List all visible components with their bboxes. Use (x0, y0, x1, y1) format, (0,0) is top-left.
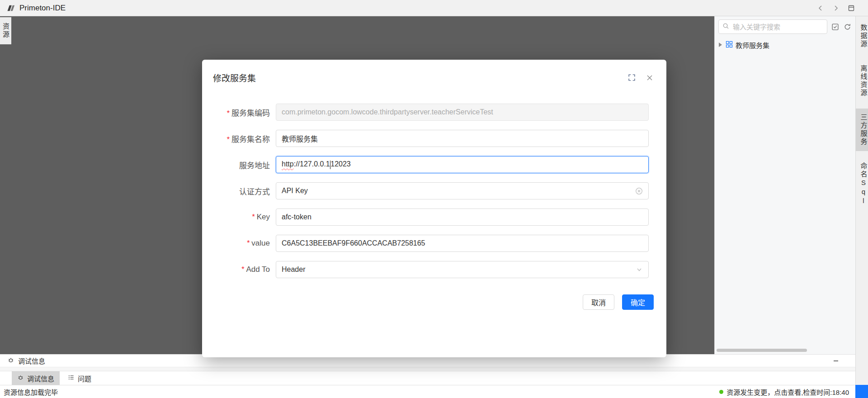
horizontal-scrollbar-thumb[interactable] (717, 349, 807, 352)
tab-debug-info-label: 调试信息 (27, 374, 54, 383)
field-label: *服务集名称 (216, 133, 270, 144)
app-title: Primeton-IDE (19, 4, 66, 13)
url-middle-segment: ://127.0.0.1 (294, 160, 330, 168)
debug-icon (17, 374, 24, 382)
auth-method-select[interactable]: API Key (276, 182, 649, 199)
corner-accent-button[interactable] (855, 385, 868, 398)
rail-tab-named-sql[interactable]: 命名Sql (856, 157, 868, 211)
field-add-to: *Add To Header (202, 261, 666, 278)
search-input[interactable] (732, 23, 823, 31)
check-square-icon[interactable] (830, 22, 840, 31)
collapse-panel-icon[interactable] (832, 357, 840, 365)
required-marker: * (241, 265, 244, 273)
add-to-select[interactable]: Header (276, 261, 649, 278)
titlebar-actions (816, 4, 862, 12)
url-after-caret-segment: 12023 (330, 160, 351, 168)
right-rail: 数据源 离线资源 三方服务 命名Sql (855, 16, 868, 385)
field-label: *Add To (216, 265, 270, 274)
field-service-address: 服务地址 http://127.0.0.112023 (202, 156, 666, 173)
service-set-icon (726, 41, 733, 49)
chevron-right-icon[interactable] (832, 4, 840, 12)
required-marker: * (227, 109, 230, 117)
status-left-text: 资源信息加载完毕 (4, 387, 58, 397)
edit-service-set-dialog: 修改服务集 *服务集编码 com.primeton.gocom.lowcode.… (202, 60, 666, 357)
fullscreen-icon[interactable] (628, 74, 636, 81)
refresh-icon[interactable] (843, 22, 852, 31)
field-label: *Key (216, 213, 270, 222)
tab-problems-label: 问题 (78, 374, 91, 383)
field-service-set-name: *服务集名称 教师服务集 (202, 130, 666, 147)
rail-tab-thirdparty-services[interactable]: 三方服务 (856, 109, 868, 151)
dialog-footer: 取消 确定 (202, 294, 666, 310)
bottom-panel: 调试信息 调试信息 问题 (0, 354, 855, 385)
chevron-down-icon (636, 266, 643, 273)
tree-expand-caret-icon[interactable] (719, 43, 722, 47)
required-marker: * (227, 136, 230, 143)
resource-search-row (715, 16, 855, 36)
field-label: *服务集编码 (216, 107, 270, 118)
value-value: C6A5C13BEEBAF9F660ACCACAB7258165 (282, 239, 425, 247)
tree-item-label: 教师服务集 (736, 40, 769, 50)
status-right-text: 资源发生变更，点击查看,检查时间:18:40 (726, 387, 849, 397)
key-input[interactable]: afc-token (276, 208, 649, 226)
field-auth-method: 认证方式 API Key (202, 182, 666, 199)
search-box[interactable] (718, 19, 827, 34)
tree-item-service-set[interactable]: 教师服务集 (715, 38, 855, 52)
service-set-code-input[interactable]: com.primeton.gocom.lowcode.thirdpartyser… (276, 104, 649, 121)
service-address-input[interactable]: http://127.0.0.112023 (276, 156, 649, 173)
field-key: *Key afc-token (202, 208, 666, 226)
service-set-code-value: com.primeton.gocom.lowcode.thirdpartyser… (282, 108, 493, 116)
field-label: *value (216, 239, 270, 248)
resource-panel: 教师服务集 (714, 16, 855, 354)
sidebar-tab-resources[interactable]: 资源 (0, 17, 11, 44)
service-set-name-value: 教师服务集 (282, 133, 318, 144)
dialog-form: *服务集编码 com.primeton.gocom.lowcode.thirdp… (202, 104, 666, 278)
list-icon (68, 374, 75, 382)
close-icon[interactable] (646, 74, 653, 81)
rail-tab-offline-resources[interactable]: 离线资源 (856, 60, 868, 102)
auth-method-value: API Key (282, 187, 308, 195)
required-marker: * (252, 213, 255, 221)
status-green-dot-icon (719, 390, 723, 394)
cancel-button[interactable]: 取消 (583, 294, 614, 310)
key-value: afc-token (282, 213, 311, 221)
field-value: *value C6A5C13BEEBAF9F660ACCACAB7258165 (202, 235, 666, 252)
debug-icon (7, 356, 14, 365)
titlebar: Primeton-IDE (0, 0, 868, 16)
chevron-left-icon[interactable] (816, 4, 825, 12)
service-set-name-input[interactable]: 教师服务集 (276, 130, 649, 147)
add-to-value: Header (282, 265, 305, 274)
search-icon (722, 23, 729, 31)
clear-circle-icon[interactable] (635, 187, 643, 195)
ok-button[interactable]: 确定 (622, 294, 654, 310)
value-input[interactable]: C6A5C13BEEBAF9F660ACCACAB7258165 (276, 235, 649, 252)
status-resource-change-notice[interactable]: 资源发生变更，点击查看,检查时间:18:40 (719, 387, 852, 397)
debug-panel-title: 调试信息 (18, 356, 45, 365)
dialog-title: 修改服务集 (213, 71, 256, 84)
tab-debug-info[interactable]: 调试信息 (12, 371, 60, 385)
required-marker: * (247, 239, 250, 247)
panel-resize-handle[interactable] (0, 367, 855, 371)
rail-tab-datasource[interactable]: 数据源 (856, 19, 868, 53)
field-service-set-code: *服务集编码 com.primeton.gocom.lowcode.thirdp… (202, 104, 666, 121)
dialog-header: 修改服务集 (202, 60, 666, 84)
bottom-panel-tabs: 调试信息 问题 (0, 371, 855, 385)
status-bar: 资源信息加载完毕 资源发生变更，点击查看,检查时间:18:40 (0, 385, 855, 398)
app-window: Primeton-IDE 资源 (0, 0, 868, 398)
window-layout-icon[interactable] (847, 4, 855, 12)
field-label: 认证方式 (216, 185, 270, 197)
primeton-logo-icon (6, 4, 15, 13)
misspelled-segment: http (282, 160, 294, 168)
field-label: 服务地址 (216, 159, 270, 171)
tab-problems[interactable]: 问题 (62, 371, 97, 385)
